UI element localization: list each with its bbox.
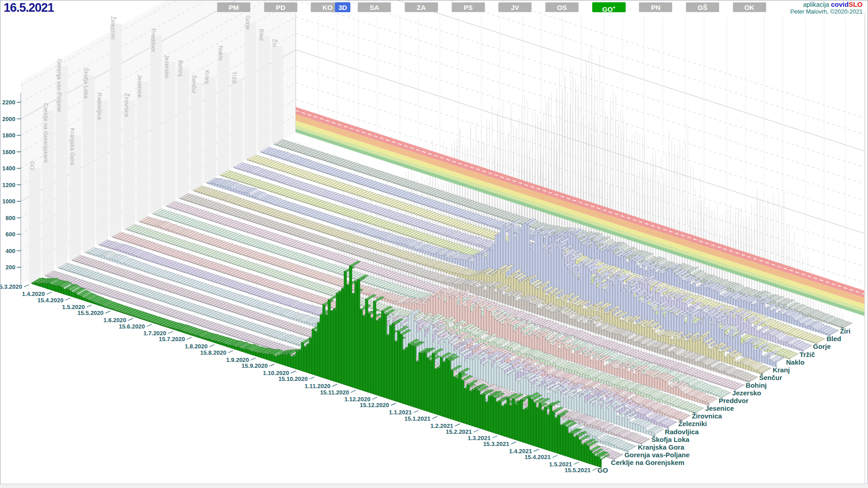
date-tick: [310, 377, 315, 379]
row-start-label: Jezersko: [164, 55, 170, 78]
row-end-label: Preddvor: [719, 397, 749, 404]
region-button-pn[interactable]: PN: [639, 2, 672, 12]
app-title-prefix: aplikacija: [803, 1, 829, 8]
y-axis-tick-label: 400: [5, 248, 15, 254]
region-button-pm[interactable]: PM: [217, 2, 250, 12]
date-tick: [455, 424, 460, 426]
region-button-ps[interactable]: PS: [452, 2, 485, 12]
date-tick: [209, 344, 214, 347]
row-end-label: GO: [598, 466, 609, 474]
row-start-label: Žiri: [271, 39, 278, 47]
row-end-label: Naklo: [786, 358, 805, 366]
y-axis-tick-label: 1400: [2, 165, 15, 172]
date-tick-label: 15.3.2020: [0, 283, 22, 290]
row-end-label: Cerklje na Gorenjskem: [611, 459, 684, 466]
date-tick: [492, 436, 497, 438]
ghost-total-column: [231, 79, 243, 168]
ghost-total-column: [258, 36, 270, 152]
ghost-total-column: [137, 82, 148, 222]
date-tick: [593, 468, 598, 470]
date-tick: [351, 390, 356, 393]
chart-scene: 2004006008001000120014001600180020002200…: [0, 0, 866, 474]
ghost-total-column: [177, 67, 189, 199]
date-tick-label: 15.11.2020: [320, 389, 349, 396]
row-start-label: Radovljica: [96, 93, 103, 120]
date-tick: [168, 331, 173, 333]
ghost-total-column: [29, 168, 41, 284]
ghost-total-column: [110, 23, 122, 237]
view-3d-button[interactable]: 3D: [335, 2, 350, 12]
row-start-label: Cerklje na Gorenjskem: [42, 103, 49, 163]
row-start-label: Škofja Loka: [83, 68, 90, 99]
y-axis-tick-label: 1200: [2, 182, 15, 188]
row-end-label: Železniki: [678, 420, 707, 427]
ghost-total-column: [204, 77, 216, 183]
date-tick: [87, 305, 92, 307]
bottom-strip[interactable]: [0, 484, 868, 488]
ghost-total-column: [164, 62, 175, 206]
row-end-label: Kranjska Gora: [638, 443, 684, 451]
y-axis-tick-label: 800: [5, 215, 15, 221]
date-tick: [105, 311, 110, 313]
date-tick-label: 15.12.2020: [360, 402, 389, 408]
ghost-total-column: [123, 100, 135, 230]
ghost-total-column: [245, 23, 256, 160]
region-button-za[interactable]: ZA: [405, 2, 438, 12]
row-start-label: Gorenja vas-Poljane: [56, 59, 63, 112]
ghost-total-column: [271, 46, 283, 145]
row-end-label: Kranj: [773, 366, 790, 374]
date-tick-label: 15.3.2021: [483, 441, 509, 447]
y-axis-tick-label: 2000: [2, 116, 15, 122]
row-start-label: Žirovnica: [123, 93, 130, 117]
region-button-jv[interactable]: JV: [498, 2, 532, 12]
date-tick: [432, 417, 437, 419]
row-end-label: Jesenice: [705, 404, 734, 412]
row-end-label: Šenčur: [759, 374, 782, 381]
row-end-label: Škofja Loka: [651, 436, 690, 443]
app-credits: aplikacija covidSLO Peter Malovrh, ©2020…: [790, 1, 863, 15]
y-axis-tick-label: 2200: [2, 99, 15, 106]
ghost-total-column: [83, 75, 94, 253]
date-tick-label: 15.6.2020: [119, 323, 145, 330]
date-tick: [128, 318, 133, 320]
date-tick: [24, 285, 29, 287]
row-start-label: Tržič: [231, 71, 238, 84]
date-tick-label: 15.10.2020: [278, 375, 308, 382]
region-button-gš[interactable]: GŠ: [686, 2, 719, 12]
region-button-pd[interactable]: PD: [264, 2, 297, 12]
date-tick-label: 15.5.2020: [77, 310, 104, 316]
date-tick: [372, 397, 377, 399]
author-line: Peter Malovrh, ©2020-2021: [790, 8, 863, 15]
row-start-label: GO: [29, 161, 36, 170]
row-end-label: Gorenja vas-Poljane: [624, 451, 689, 459]
region-button-os[interactable]: OS: [545, 2, 579, 12]
date-tick: [511, 442, 516, 444]
row-end-label: Žirovnica: [692, 412, 722, 420]
date-tick-label: 15.4.2020: [38, 297, 64, 304]
date-tick: [66, 298, 71, 300]
row-start-label: Kranjska Gora: [69, 128, 76, 166]
row-start-label: Naklo: [217, 46, 224, 61]
3d-histogram-chart: 2004006008001000120014001600180020002200…: [0, 0, 868, 488]
region-button-sa[interactable]: SA: [358, 2, 391, 12]
row-start-label: Preddvor: [150, 28, 157, 52]
date-tick-label: 15.4.2021: [524, 454, 551, 460]
date-tick-label: 15.5.2021: [565, 467, 591, 474]
row-start-label: Bled: [258, 29, 265, 41]
date-tick: [187, 337, 192, 339]
region-button-ok[interactable]: OK: [733, 2, 766, 12]
region-button-row: PMPDKOSAZAPSJVOSGO+PNGŠOK: [0, 0, 868, 14]
date-tick: [574, 462, 579, 465]
ghost-total-column: [217, 53, 229, 176]
y-axis-tick-label: 1800: [2, 132, 15, 139]
ghost-total-column: [150, 36, 162, 214]
region-button-go[interactable]: GO+: [592, 2, 626, 12]
brand-covid: covid: [831, 0, 849, 8]
date-tick: [474, 430, 479, 432]
date-tick: [269, 364, 274, 366]
date-tick-label: 15.1.2021: [404, 415, 430, 422]
date-tick: [291, 371, 296, 373]
date-tick: [147, 324, 152, 327]
row-start-label: Šenčur: [191, 75, 198, 94]
date-tick: [47, 292, 52, 294]
